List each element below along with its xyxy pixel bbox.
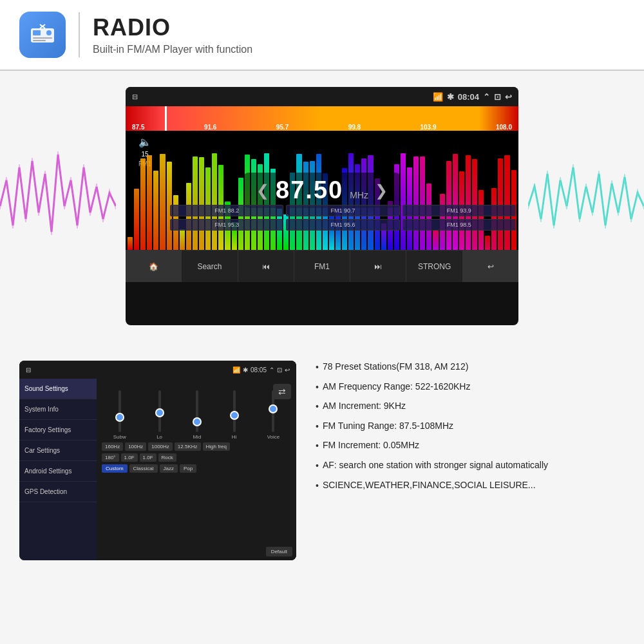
search-button[interactable]: Search [182, 251, 238, 282]
eq-bar [199, 157, 204, 250]
next-button[interactable]: ⏭ [350, 251, 406, 282]
preset-tags-row: 180° 1.0F 1.0F Rock [102, 453, 291, 462]
eq-toggle-button[interactable]: ⇄ [273, 384, 291, 399]
preset-tag-1f-1[interactable]: 1.0F [121, 453, 138, 462]
freq-ticks: 87.5 91.6 95.7 99.8 103.9 108.0 [126, 124, 518, 131]
eq-bar [147, 155, 152, 250]
info-item-3: • AM Increment: 9KHz [316, 400, 631, 413]
preset-fm195b[interactable]: FM1 95.6 [286, 219, 399, 231]
menu-system-info[interactable]: System Info [19, 399, 97, 420]
preset-fm193[interactable]: FM1 93.9 [402, 205, 516, 216]
eq-bar [368, 155, 373, 250]
preset-tag-rock[interactable]: Rock [158, 453, 176, 462]
frequency-bar: 87.5 91.6 95.7 99.8 103.9 108.0 [126, 106, 518, 131]
preset-fm195a[interactable]: FM1 95.3 [170, 219, 283, 231]
slider-mid-track[interactable] [196, 390, 198, 432]
preset-area: FM1 88.2 FM1 90.7 FM1 93.9 FM1 95.3 FM1 … [167, 205, 518, 231]
slider-hi-thumb[interactable] [230, 411, 239, 420]
menu-factory-settings[interactable]: Factory Settings [19, 420, 97, 440]
eq-bar [128, 237, 133, 250]
slider-lo-thumb[interactable] [155, 408, 164, 417]
slider-hi-track[interactable] [233, 390, 236, 432]
info-item-2: • AM Frequency Range: 522-1620KHz [316, 381, 631, 394]
settings-body: Sound Settings System Info Factory Setti… [19, 379, 296, 560]
freq-tag-100hz[interactable]: 100Hz [125, 442, 146, 451]
preset-row-1: FM1 88.2 FM1 90.7 FM1 93.9 [170, 205, 516, 216]
eq-area: 🔈15FM1 ❮ 87.50 MHz ❯ FM1 88.2 FM1 90.7 F… [126, 131, 518, 250]
eq-bar [160, 154, 165, 250]
style-jazz[interactable]: Jazz [160, 464, 178, 473]
slider-lo-track[interactable] [158, 390, 161, 432]
prev-button[interactable]: ⏮ [238, 251, 294, 282]
menu-sound-settings[interactable]: Sound Settings [19, 379, 97, 399]
style-classical[interactable]: Classical [129, 464, 158, 473]
preset-tag-180[interactable]: 180° [102, 453, 119, 462]
bullet-3: • [316, 401, 319, 413]
volume-icon: 🔈 [138, 136, 151, 148]
eq-bar [401, 153, 406, 250]
back-icon: ↩ [505, 92, 512, 102]
settings-sidebar: Sound Settings System Info Factory Setti… [19, 379, 97, 560]
style-custom[interactable]: Custom [102, 464, 128, 473]
info-text-6: AF: search one station with stronger sig… [323, 459, 548, 472]
info-text-3: AM Increment: 9KHz [323, 400, 406, 413]
eq-bar [485, 236, 490, 250]
freq-tag-1000hz[interactable]: 1000Hz [148, 442, 173, 451]
settings-time: 08:05 [251, 366, 267, 374]
freq-label-5: 103.9 [421, 124, 437, 131]
settings-window-icon: ⊡ [277, 366, 282, 374]
bullet-6: • [316, 460, 319, 473]
menu-gps-detection[interactable]: GPS Detection [19, 482, 97, 502]
eq-bar [504, 155, 509, 250]
eq-bar [153, 171, 158, 250]
slider-voice-track[interactable] [272, 390, 274, 432]
style-pop[interactable]: Pop [180, 464, 196, 473]
preset-fm188[interactable]: FM1 88.2 [170, 205, 283, 216]
slider-mid-thumb[interactable] [193, 417, 202, 426]
preset-fm198[interactable]: FM1 98.5 [402, 219, 516, 231]
slider-hi-label: Hi [232, 434, 237, 440]
menu-android-settings[interactable]: Android Settings [19, 461, 97, 482]
slider-voice-thumb[interactable] [269, 404, 278, 413]
slider-subw: Subw [113, 390, 126, 440]
bullet-1: • [316, 361, 319, 374]
freq-tag-160hz[interactable]: 160Hz [102, 442, 123, 451]
freq-label-3: 95.7 [276, 124, 289, 131]
freq-label-6: 108.0 [496, 124, 512, 131]
strong-button[interactable]: STRONG [406, 251, 462, 282]
signal-icon: 📶 [433, 92, 443, 102]
band-button[interactable]: FM1 [294, 251, 350, 282]
slider-subw-track[interactable] [118, 390, 121, 432]
settings-statusbar: ⊟ 📶 ✱ 08:05 ⌃ ⊡ ↩ [19, 361, 296, 379]
back-button[interactable]: ↩ [463, 251, 518, 282]
bullet-4: • [316, 421, 319, 433]
eq-bar [245, 155, 250, 250]
preset-fm190[interactable]: FM1 90.7 [286, 205, 399, 216]
default-button[interactable]: Default [266, 547, 292, 556]
settings-bt-icon: ✱ [243, 366, 248, 374]
svg-rect-3 [33, 37, 52, 39]
slider-subw-thumb[interactable] [115, 413, 124, 422]
slider-mid: Mid [193, 390, 201, 440]
eq-bar [296, 154, 301, 250]
waveform-right [528, 142, 644, 270]
home-button[interactable]: 🏠 [126, 251, 182, 282]
eq-bar [316, 154, 321, 250]
eq-bar [140, 158, 146, 250]
bluetooth-icon: ✱ [447, 92, 454, 102]
settings-expand-icon: ⌃ [269, 366, 274, 374]
eq-bar [433, 231, 438, 250]
eq-bar [498, 158, 503, 250]
freq-tag-125khz[interactable]: 12.5KHz [175, 442, 201, 451]
preset-tag-1f-2[interactable]: 1.0F [140, 453, 156, 462]
eq-bar [193, 156, 198, 250]
freq-tag-highfreq[interactable]: High freq [203, 442, 230, 451]
eq-bar [413, 156, 419, 250]
slider-subw-label: Subw [113, 434, 126, 440]
style-buttons-row: Custom Classical Jazz Pop [102, 464, 291, 473]
menu-car-settings[interactable]: Car Settings [19, 440, 97, 461]
info-text-4: FM Tuning Range: 87.5-108MHz [323, 420, 453, 433]
statusbar-right: 📶 ✱ 08:04 ⌃ ⊡ ↩ [433, 92, 512, 102]
eq-bar [348, 153, 354, 250]
header-divider [79, 12, 80, 57]
